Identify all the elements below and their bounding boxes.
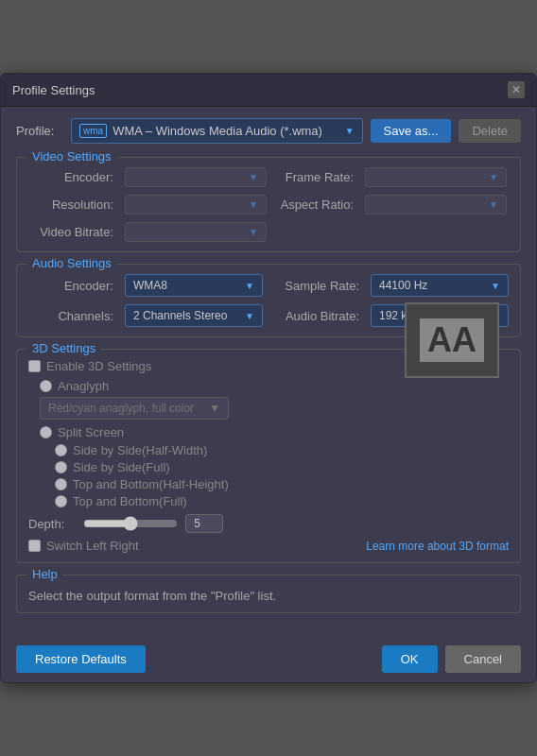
video-bitrate-arrow-icon: ▼ [249,227,258,237]
depth-row: Depth: [28,514,509,533]
enable-3d-label: Enable 3D Settings [46,359,151,373]
dialog-content: Profile: wma WMA – Windows Media Audio (… [1,107,536,636]
switch-checkbox-row: Switch Left Right [28,539,139,553]
anaglyph-row: Anaglyph [28,379,509,393]
channels-label: Channels: [28,309,113,323]
footer-right: OK Cancel [382,645,521,673]
split-screen-label: Split Screen [58,425,124,439]
profile-value: WMA – Windows Media Audio (*.wma) [113,124,322,138]
sample-rate-value: 44100 Hz [379,279,427,292]
profile-label: Profile: [16,124,63,138]
aspect-ratio-arrow-icon: ▼ [489,199,498,210]
aspect-ratio-label: Aspect Ratio: [278,198,354,212]
depth-slider[interactable] [83,516,178,531]
video-settings-title: Video Settings [26,149,117,163]
restore-defaults-button[interactable]: Restore Defaults [16,645,146,673]
top-half-row: Top and Bottom(Half-Height) [28,477,509,491]
side-full-row: Side by Side(Full) [28,460,509,474]
top-full-row: Top and Bottom(Full) [28,494,509,508]
save-as-button[interactable]: Save as... [371,119,452,143]
anaglyph-arrow-icon: ▼ [209,402,220,415]
audio-encoder-value: WMA8 [133,279,167,292]
wma-icon: wma [79,124,107,138]
titlebar: Profile Settings ✕ [1,74,536,107]
top-full-radio[interactable] [55,495,67,507]
anaglyph-dropdown[interactable]: Red/cyan anaglyph, full color ▼ [40,397,229,420]
audio-encoder-label: Encoder: [28,279,113,293]
3d-settings-title: 3D Settings [26,341,101,355]
cancel-button[interactable]: Cancel [445,645,521,673]
resolution-label: Resolution: [28,198,113,212]
audio-encoder-arrow-icon: ▼ [245,281,254,291]
side-half-label: Side by Side(Half-Width) [73,443,207,457]
audio-bitrate-label: Audio Bitrate: [274,309,359,323]
close-button[interactable]: ✕ [508,81,525,98]
ok-button[interactable]: OK [382,645,438,673]
dialog-title: Profile Settings [12,83,95,97]
sample-rate-label: Sample Rate: [274,279,359,293]
audio-encoder-dropdown[interactable]: WMA8 ▼ [125,274,263,297]
frame-rate-label: Frame Rate: [278,170,354,184]
side-full-radio[interactable] [55,461,67,473]
video-settings-section: Video Settings Encoder: ▼ Frame Rate: ▼ … [16,157,521,252]
channels-value: 2 Channels Stereo [133,309,227,322]
audio-settings-title: Audio Settings [26,256,117,270]
encoder-row: Encoder: ▼ Frame Rate: ▼ [28,167,509,187]
video-bitrate-label: Video Bitrate: [28,225,113,239]
help-text: Select the output format from the "Profi… [28,589,509,603]
profile-settings-dialog: Profile Settings ✕ Profile: wma WMA – Wi… [0,73,537,683]
anaglyph-radio[interactable] [40,380,52,392]
learn-more-link[interactable]: Learn more about 3D format [366,540,509,553]
switch-left-right-label: Switch Left Right [46,539,139,553]
profile-dropdown[interactable]: wma WMA – Windows Media Audio (*.wma) ▼ [71,118,363,144]
top-half-radio[interactable] [55,478,67,490]
footer: Restore Defaults OK Cancel [1,636,536,682]
video-bitrate-dropdown[interactable]: ▼ [125,222,267,242]
channels-dropdown[interactable]: 2 Channels Stereo ▼ [125,304,263,327]
profile-row: Profile: wma WMA – Windows Media Audio (… [16,118,521,144]
sample-rate-dropdown[interactable]: 44100 Hz ▼ [371,274,509,297]
enable-3d-checkbox[interactable] [28,360,41,372]
side-half-row: Side by Side(Half-Width) [28,443,509,457]
sample-rate-arrow-icon: ▼ [491,281,500,291]
side-full-label: Side by Side(Full) [73,460,170,474]
resolution-arrow-icon: ▼ [249,199,258,210]
split-screen-row: Split Screen [28,425,509,439]
resolution-row: Resolution: ▼ Aspect Ratio: ▼ [28,195,509,215]
profile-select-inner: wma WMA – Windows Media Audio (*.wma) [79,124,322,138]
depth-label: Depth: [28,517,76,531]
encoder-label: Encoder: [28,170,113,184]
aspect-ratio-dropdown[interactable]: ▼ [365,195,507,215]
3d-settings-section: 3D Settings AA Enable 3D Settings Anagly… [16,349,521,563]
channels-arrow-icon: ▼ [245,311,254,321]
split-screen-radio[interactable] [40,426,52,438]
side-half-radio[interactable] [55,444,67,456]
encoder-dropdown[interactable]: ▼ [125,167,267,187]
top-full-label: Top and Bottom(Full) [73,494,187,508]
help-title: Help [26,567,63,581]
dropdown-arrow-icon: ▼ [345,126,355,136]
enable-3d-row: Enable 3D Settings [28,359,405,373]
video-bitrate-row: Video Bitrate: ▼ [28,222,509,242]
delete-button[interactable]: Delete [459,119,521,143]
depth-input[interactable] [185,514,223,533]
encoder-arrow-icon: ▼ [249,172,258,182]
help-section: Help Select the output format from the "… [16,575,521,613]
preview-text: AA [420,318,484,362]
resolution-dropdown[interactable]: ▼ [125,195,267,215]
3d-preview-box: AA [405,302,499,378]
frame-rate-dropdown[interactable]: ▼ [365,167,507,187]
switch-row: Switch Left Right Learn more about 3D fo… [28,539,509,553]
anaglyph-label: Anaglyph [58,379,109,393]
top-half-label: Top and Bottom(Half-Height) [73,477,229,491]
audio-encoder-row: Encoder: WMA8 ▼ Sample Rate: 44100 Hz ▼ [28,274,509,297]
anaglyph-value: Red/cyan anaglyph, full color [48,402,194,415]
switch-left-right-checkbox[interactable] [28,540,41,552]
frame-rate-arrow-icon: ▼ [489,172,498,182]
